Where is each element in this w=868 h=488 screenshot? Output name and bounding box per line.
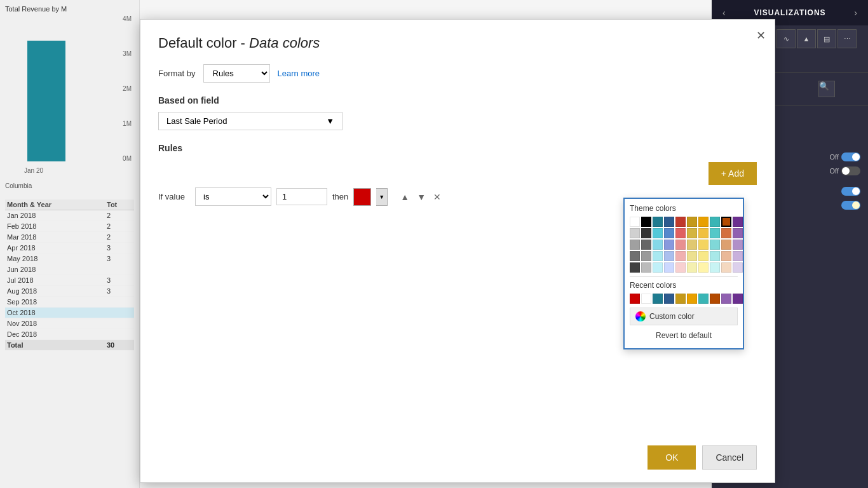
theme-color-cell[interactable] xyxy=(687,217,697,227)
bar-chart-bar xyxy=(27,41,65,161)
table-cell-value: 3 xyxy=(105,275,134,286)
rule-down-button[interactable]: ▼ xyxy=(414,191,428,203)
theme-color-cell[interactable] xyxy=(698,228,709,238)
theme-color-cell[interactable] xyxy=(664,262,674,273)
recent-color-cell[interactable] xyxy=(687,294,697,304)
theme-color-cell[interactable] xyxy=(733,217,743,227)
panel-collapse-right[interactable]: › xyxy=(851,6,860,19)
recent-color-cell[interactable] xyxy=(721,294,731,304)
bg-toggle-status: Off xyxy=(830,167,839,175)
theme-color-cell[interactable] xyxy=(698,217,709,227)
based-on-label: Based on field xyxy=(158,95,757,105)
revert-to-default-button[interactable]: Revert to default xyxy=(630,328,738,343)
recent-colors-label: Recent colors xyxy=(630,281,738,290)
recent-color-cell[interactable] xyxy=(733,294,743,304)
theme-color-cell[interactable] xyxy=(653,240,663,250)
theme-color-cell[interactable] xyxy=(630,240,640,250)
analytics-icon[interactable]: 🔍 xyxy=(818,81,835,97)
theme-color-cell[interactable] xyxy=(710,217,720,227)
custom-color-button[interactable]: Custom color xyxy=(630,308,738,325)
color-box[interactable] xyxy=(353,188,371,206)
theme-color-cell[interactable] xyxy=(675,228,686,238)
theme-color-cell[interactable] xyxy=(675,217,686,227)
theme-color-cell[interactable] xyxy=(721,262,731,273)
theme-color-cell[interactable] xyxy=(630,251,640,261)
theme-color-cell[interactable] xyxy=(664,228,674,238)
theme-color-cell[interactable] xyxy=(733,251,743,261)
theme-color-cell[interactable] xyxy=(710,240,720,250)
theme-color-cell[interactable] xyxy=(687,251,697,261)
recent-color-cell[interactable] xyxy=(630,294,640,304)
theme-color-cell[interactable] xyxy=(687,262,697,273)
theme-color-cell[interactable] xyxy=(675,262,686,273)
close-button[interactable]: ✕ xyxy=(756,29,766,43)
table-cell-month: Apr 2018 xyxy=(5,243,105,254)
theme-color-grid xyxy=(630,217,738,273)
table-cell-month: Mar 2018 xyxy=(5,232,105,243)
format-by-select[interactable]: Rules Gradient Field value xyxy=(203,64,270,83)
learn-more-link[interactable]: Learn more xyxy=(278,69,320,78)
color-dropdown-button[interactable]: ▼ xyxy=(376,188,388,206)
stacked-bar-viz-icon[interactable]: ▤ xyxy=(817,29,836,48)
theme-color-cell[interactable] xyxy=(664,217,674,227)
recent-color-cell[interactable] xyxy=(653,294,663,304)
theme-color-cell[interactable] xyxy=(630,228,640,238)
toggle-2-track[interactable] xyxy=(841,201,860,210)
recent-color-cell[interactable] xyxy=(664,294,674,304)
condition-select[interactable]: is is not greater than less than xyxy=(195,187,271,206)
theme-color-cell[interactable] xyxy=(641,240,651,250)
theme-color-cell[interactable] xyxy=(721,228,731,238)
theme-color-cell[interactable] xyxy=(710,251,720,261)
cancel-button[interactable]: Cancel xyxy=(702,445,757,470)
theme-color-cell[interactable] xyxy=(687,228,697,238)
custom-color-label: Custom color xyxy=(649,312,695,321)
rule-delete-button[interactable]: ✕ xyxy=(431,191,444,203)
labels-toggle[interactable]: Off xyxy=(830,152,860,161)
area-chart-viz-icon[interactable]: ▲ xyxy=(797,29,816,48)
theme-color-cell[interactable] xyxy=(641,251,651,261)
theme-color-cell[interactable] xyxy=(733,262,743,273)
theme-color-cell[interactable] xyxy=(675,240,686,250)
rule-value-input[interactable] xyxy=(276,188,327,205)
theme-color-cell[interactable] xyxy=(710,228,720,238)
recent-color-cell[interactable] xyxy=(710,294,720,304)
theme-color-cell[interactable] xyxy=(630,262,640,273)
theme-color-cell[interactable] xyxy=(733,228,743,238)
table-row: Jul 20183 xyxy=(5,275,134,286)
recent-color-cell[interactable] xyxy=(675,294,686,304)
custom-color-icon xyxy=(635,311,646,322)
field-select[interactable]: Last Sale Period ▼ xyxy=(158,112,342,130)
theme-color-cell[interactable] xyxy=(675,251,686,261)
theme-color-cell[interactable] xyxy=(653,251,663,261)
add-button[interactable]: + Add xyxy=(709,162,757,185)
theme-color-cell[interactable] xyxy=(687,240,697,250)
theme-color-cell[interactable] xyxy=(664,240,674,250)
theme-color-cell[interactable] xyxy=(698,251,709,261)
theme-color-cell[interactable] xyxy=(721,240,731,250)
format-by-row: Format by Rules Gradient Field value Lea… xyxy=(158,64,757,83)
theme-color-cell[interactable] xyxy=(653,262,663,273)
panel-collapse-left[interactable]: ‹ xyxy=(719,6,729,19)
theme-color-cell[interactable] xyxy=(664,251,674,261)
recent-color-cell[interactable] xyxy=(641,294,651,304)
theme-color-cell[interactable] xyxy=(710,262,720,273)
theme-color-cell[interactable] xyxy=(721,217,731,227)
recent-color-cell[interactable] xyxy=(698,294,709,304)
theme-color-cell[interactable] xyxy=(641,228,651,238)
theme-color-cell[interactable] xyxy=(733,240,743,250)
scatter-viz-icon[interactable]: ⋯ xyxy=(837,29,857,48)
bg-toggle[interactable]: Off xyxy=(830,166,860,175)
ok-button[interactable]: OK xyxy=(648,445,696,470)
theme-color-cell[interactable] xyxy=(653,228,663,238)
table-cell-month: Dec 2018 xyxy=(5,329,105,340)
theme-color-cell[interactable] xyxy=(721,251,731,261)
theme-color-cell[interactable] xyxy=(698,262,709,273)
theme-color-cell[interactable] xyxy=(698,240,709,250)
toggle-1-track[interactable] xyxy=(841,187,860,196)
rule-up-button[interactable]: ▲ xyxy=(398,191,412,203)
theme-color-cell[interactable] xyxy=(653,217,663,227)
theme-color-cell[interactable] xyxy=(630,217,640,227)
line-chart-viz-icon[interactable]: ∿ xyxy=(776,29,796,48)
theme-color-cell[interactable] xyxy=(641,217,651,227)
theme-color-cell[interactable] xyxy=(641,262,651,273)
